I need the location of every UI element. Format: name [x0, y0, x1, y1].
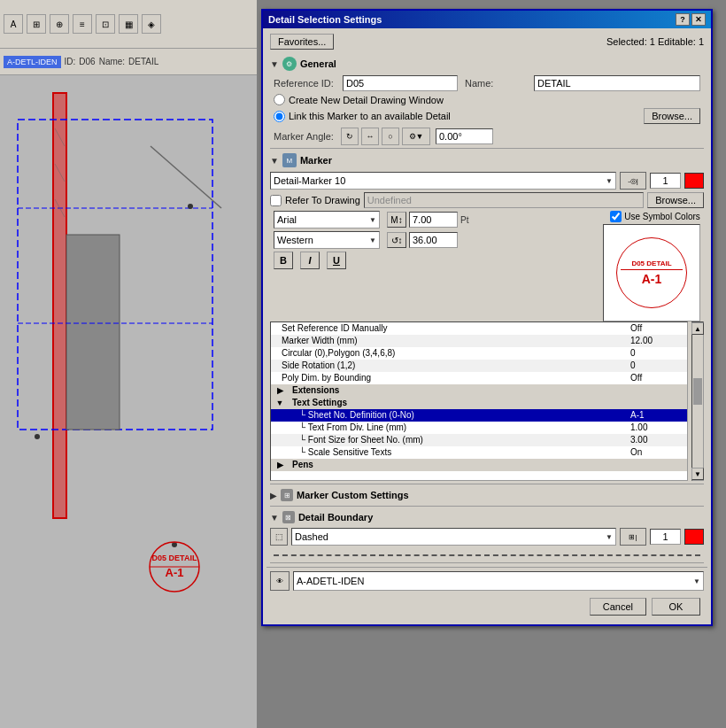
refer-drawing-label: Refer To Drawing — [285, 195, 360, 205]
marker-expand-arrow: ▼ — [270, 156, 279, 166]
svg-point-8 — [35, 434, 40, 439]
italic-button[interactable]: I — [300, 252, 320, 269]
create-new-radio[interactable] — [274, 94, 285, 105]
prop-value-poly-dim: Off — [630, 373, 684, 383]
scroll-up-arrow[interactable]: ▲ — [691, 322, 704, 335]
font-charset-value: Western — [277, 235, 313, 245]
general-section-header[interactable]: ▼ ⚙ General — [266, 55, 707, 73]
svg-text:A-1: A-1 — [166, 566, 184, 579]
svg-point-7 — [188, 204, 193, 209]
layer-identifier[interactable]: A-DETL-IDEN — [4, 56, 61, 68]
browse-button-general[interactable]: Browse... — [644, 108, 700, 124]
prop-value-sheet-no: A-1 — [630, 410, 684, 421]
browse-button-marker[interactable]: Browse... — [647, 192, 704, 208]
angle-icons-group: ↻ ↔ ○ ⚙▼ — [341, 128, 430, 145]
boundary-dropdown-row: ⬚ Dashed ▼ ⊞| 1 — [266, 528, 707, 546]
toolbar-btn-7[interactable]: ◈ — [142, 14, 161, 34]
detail-boundary-title: Detail Boundary — [298, 512, 373, 523]
layer-select-dropdown[interactable]: A-ADETL-IDEN ▼ — [293, 571, 704, 591]
prop-name-text-settings: Text Settings — [285, 398, 684, 408]
properties-list[interactable]: Set Reference ID Manually Off Marker Wid… — [270, 321, 688, 481]
separator-4 — [270, 562, 704, 563]
cancel-button[interactable]: Cancel — [590, 598, 646, 616]
dialog-body: Favorites... Selected: 1 Editable: 1 ▼ ⚙… — [263, 28, 711, 624]
text-from-div-expand — [274, 422, 285, 433]
toolbar-btn-2[interactable]: ⊞ — [27, 14, 46, 34]
prop-row-pens[interactable]: ▶ Pens — [271, 459, 687, 471]
marker-section-header[interactable]: ▼ M Marker — [266, 151, 707, 169]
scroll-down-arrow[interactable]: ▼ — [691, 468, 704, 480]
cad-id-name-bar: A-DETL-IDEN ID: D06 Name: DETAIL — [0, 49, 257, 75]
favorites-button[interactable]: Favorites... — [270, 34, 334, 50]
use-symbol-colors-checkbox[interactable] — [610, 211, 622, 222]
prop-row-font-size-sheet: └ Font Size for Sheet No. (mm) 3.00 — [271, 434, 687, 446]
separator-1 — [270, 148, 704, 149]
dialog-titlebar: Detail Selection Settings ? ✕ — [263, 11, 711, 28]
prop-name-rotation: Side Rotation (1,2) — [274, 360, 630, 371]
cad-toolbar: A ⊞ ⊕ ≡ ⊡ ▦ ◈ — [0, 0, 257, 49]
properties-scrollbar[interactable]: ▲ ▼ — [691, 321, 704, 481]
name-input[interactable] — [534, 75, 700, 91]
marker-angle-label: Marker Angle: — [274, 131, 336, 142]
prop-name-width: Marker Width (mm) — [274, 336, 630, 346]
angle-flip-icon[interactable]: ↔ — [361, 128, 379, 145]
font-size-input[interactable] — [409, 212, 458, 228]
rotation-input[interactable] — [409, 232, 458, 248]
prop-row-text-settings[interactable]: ▼ Text Settings — [271, 397, 687, 409]
marker-custom-icon: ⊞ — [281, 489, 293, 501]
angle-pick-icon[interactable]: ⚙▼ — [402, 128, 430, 145]
boundary-style-icon[interactable]: ⊞| — [620, 528, 646, 546]
prop-row-extensions[interactable]: ▶ Extensions — [271, 384, 687, 397]
angle-custom-icon[interactable]: ○ — [382, 128, 399, 145]
properties-wrapper: Set Reference ID Manually Off Marker Wid… — [266, 321, 707, 481]
marker-color-btn[interactable] — [684, 173, 704, 189]
toolbar-btn-1[interactable]: A — [4, 14, 23, 34]
toolbar-btn-4[interactable]: ≡ — [73, 14, 92, 34]
angle-input[interactable] — [436, 128, 493, 144]
bold-button[interactable]: B — [274, 252, 293, 269]
detail-boundary-icon: ⊠ — [282, 511, 295, 523]
dialog-title-buttons: ? ✕ — [676, 13, 706, 26]
preview-top-text: D05 DETAIL — [631, 259, 671, 267]
help-button[interactable]: ? — [676, 13, 690, 26]
link-marker-radio[interactable] — [274, 111, 285, 122]
marker-section-icon: M — [282, 153, 297, 167]
favorites-row: Favorites... Selected: 1 Editable: 1 — [266, 32, 707, 51]
scroll-thumb[interactable] — [693, 378, 702, 405]
prop-name-set-ref: Set Reference ID Manually — [274, 323, 630, 334]
preview-circle: D05 DETAIL A-1 — [616, 237, 687, 308]
boundary-draw-icon[interactable]: ⬚ — [270, 528, 288, 546]
toolbar-btn-5[interactable]: ⊡ — [96, 14, 115, 34]
boundary-number-input[interactable]: 1 — [650, 529, 681, 545]
detail-boundary-header[interactable]: ▼ ⊠ Detail Boundary — [266, 509, 707, 525]
toolbar-btn-6[interactable]: ▦ — [119, 14, 138, 34]
ref-id-input[interactable] — [343, 75, 458, 91]
text-settings-expand-icon: ▼ — [274, 398, 285, 408]
prop-value-rotation: 0 — [630, 360, 684, 371]
font-style-icon[interactable]: M↕ — [387, 212, 406, 228]
marker-style-dropdown[interactable]: Detail-Marker 10 ▼ — [270, 172, 616, 190]
marker-number-input[interactable] — [650, 173, 681, 189]
close-button[interactable]: ✕ — [691, 13, 706, 26]
font-charset-dropdown[interactable]: Western ▼ — [274, 231, 380, 249]
marker-style-icon[interactable]: -◎| — [620, 172, 646, 190]
underline-button[interactable]: U — [327, 252, 346, 269]
prop-row-sheet-no[interactable]: └ Sheet No. Definition (0-No) A-1 — [271, 409, 687, 422]
boundary-color-btn[interactable] — [684, 529, 704, 545]
refer-drawing-checkbox[interactable] — [270, 195, 282, 206]
cad-drawing-area[interactable]: D05 DETAIL A-1 — [0, 75, 257, 728]
prop-row-poly-dim: Poly Dim. by Bounding Off — [271, 372, 687, 384]
angle-arrow-icon[interactable]: ↻ — [341, 128, 359, 145]
dropdown-arrow-3: ▼ — [369, 236, 376, 244]
toolbar-btn-3[interactable]: ⊕ — [50, 14, 69, 34]
cad-id-label: ID: — [65, 57, 76, 66]
ok-button[interactable]: OK — [652, 598, 700, 616]
rotation-icon[interactable]: ↺↕ — [387, 232, 406, 248]
layer-visibility-icon[interactable]: 👁 — [270, 571, 290, 591]
refer-drawing-input[interactable] — [364, 192, 644, 208]
dropdown-arrow-2: ▼ — [369, 216, 376, 224]
font-name-dropdown[interactable]: Arial ▼ — [274, 211, 380, 228]
sheet-no-expand — [274, 410, 285, 421]
font-charset-row: Western ▼ ↺↕ — [270, 231, 599, 249]
boundary-style-dropdown[interactable]: Dashed ▼ — [291, 528, 616, 546]
